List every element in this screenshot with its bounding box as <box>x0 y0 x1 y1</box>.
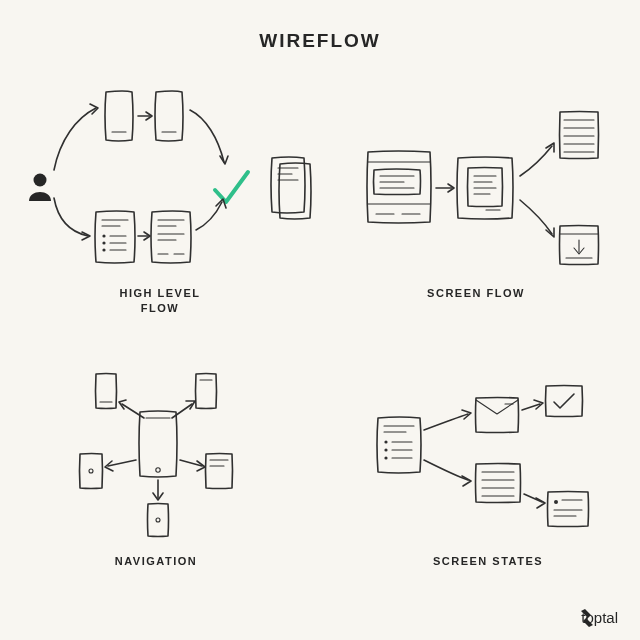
section-label: HIGH LEVEL FLOW <box>90 286 230 317</box>
state-arrow <box>522 400 543 410</box>
diagram-canvas: WIREFLOW <box>0 0 640 640</box>
section-label: SCREEN FLOW <box>406 286 546 301</box>
svg-point-7 <box>384 440 387 443</box>
detail-screen <box>548 492 589 527</box>
state-arrow <box>424 410 471 430</box>
section-label: NAVIGATION <box>96 554 216 569</box>
screen-states-diagram <box>0 0 640 640</box>
toptal-icon <box>581 609 595 627</box>
list-screen <box>377 417 421 473</box>
state-arrow <box>424 460 471 486</box>
svg-point-8 <box>384 448 387 451</box>
svg-point-9 <box>384 456 387 459</box>
state-arrow <box>524 494 545 508</box>
success-screen <box>546 386 583 417</box>
brand-logo: toptal <box>581 609 618 626</box>
section-label: SCREEN STATES <box>408 554 568 569</box>
list-screen <box>476 464 521 503</box>
svg-point-10 <box>554 500 558 504</box>
message-screen <box>476 398 519 433</box>
